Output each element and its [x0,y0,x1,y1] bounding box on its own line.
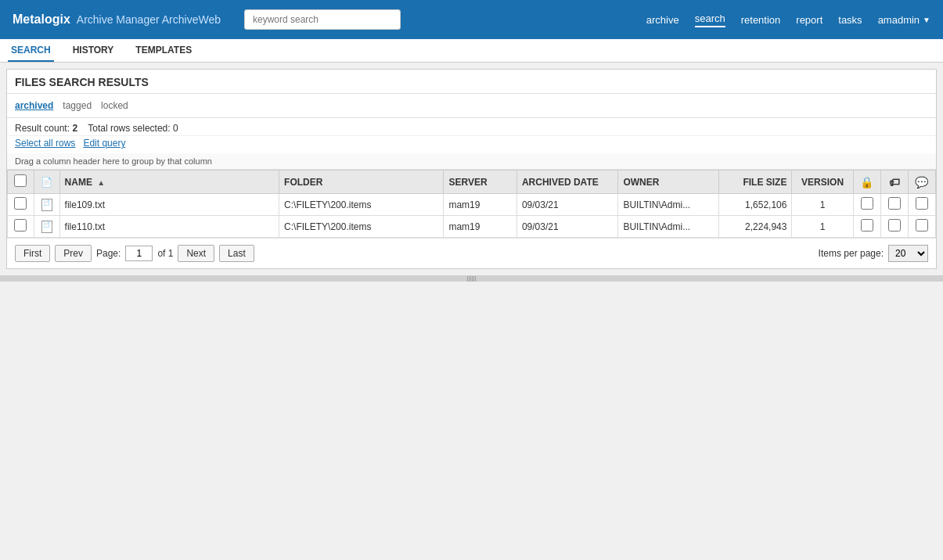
row-comment-checkbox[interactable] [916,197,928,210]
filter-tab-tagged[interactable]: tagged [63,99,92,113]
pagination: First Prev Page: of 1 Next Last Items pe… [7,238,936,268]
tab-search[interactable]: SEARCH [8,40,54,62]
nav-search[interactable]: search [695,13,725,27]
cell-archived-date: 09/03/21 [516,194,617,216]
last-button[interactable]: Last [219,245,254,262]
sort-asc-icon: ▲ [97,178,105,187]
drag-hint: Drag a column header here to group by th… [7,153,936,170]
col-header-name[interactable]: NAME ▲ [59,171,279,194]
header: Metalogix Archive Manager ArchiveWeb arc… [0,0,943,39]
cell-version: 1 [792,194,853,216]
col-header-version[interactable]: VERSION [792,171,853,194]
results-actions: Select all rows Edit query [7,136,936,153]
col-header-server[interactable]: SERVER [444,171,516,194]
brand: Metalogix Archive Manager ArchiveWeb [13,13,221,27]
prev-button[interactable]: Prev [55,245,92,262]
cell-owner: BUILTIN\Admi... [618,216,719,238]
main-content: FILES SEARCH RESULTS archived tagged loc… [6,69,937,269]
filter-tab-archived[interactable]: archived [15,99,53,113]
tab-history[interactable]: HISTORY [70,40,117,62]
items-per-page-label: Items per page: [819,248,884,259]
cell-name: file110.txt [59,216,279,238]
subnav: SEARCH HISTORY TEMPLATES [0,39,943,63]
col-header-archived-date[interactable]: ARCHIVED DATE [516,171,617,194]
filter-tabs: archived tagged locked [7,94,936,118]
row-tag-checkbox[interactable] [888,197,901,210]
col-header-folder[interactable]: FOLDER [279,171,444,194]
filter-tab-locked[interactable]: locked [101,99,128,113]
row-tag-checkbox[interactable] [888,219,901,232]
of-label: of 1 [157,248,173,259]
cell-file-size: 2,224,943 [718,216,791,238]
select-all-rows-link[interactable]: Select all rows [15,138,75,149]
cell-folder: C:\FILETY\200.items [279,194,444,216]
row-lock-checkbox[interactable] [861,219,873,232]
header-nav: archive search retention report tasks am… [646,13,930,27]
nav-tasks[interactable]: tasks [838,14,862,26]
tag-icon: 🏷 [889,176,900,188]
cell-archived-date: 09/03/21 [516,216,617,238]
cell-name: file109.txt [59,194,279,216]
col-header-comment: 💬 [908,171,935,194]
search-box[interactable] [244,9,401,30]
page-input[interactable] [125,246,153,261]
col-header-tag: 🏷 [880,171,908,194]
row-checkbox[interactable] [14,197,27,210]
nav-amadmin[interactable]: amadmin ▼ [878,14,930,26]
cell-owner: BUILTIN\Admi... [618,194,719,216]
row-lock-checkbox[interactable] [861,197,873,210]
row-comment-checkbox[interactable] [916,219,928,232]
file-icon: 📄 [41,221,52,233]
keyword-search-input[interactable] [244,9,401,30]
nav-archive[interactable]: archive [646,14,679,26]
next-button[interactable]: Next [178,245,214,262]
tab-templates[interactable]: TEMPLATES [132,40,195,62]
select-all-checkbox[interactable] [14,174,27,187]
first-button[interactable]: First [15,245,50,262]
file-type-icon: 📄 [41,177,52,188]
items-per-page-select[interactable]: 20 50 100 [888,245,928,262]
col-header-lock: 🔒 [853,171,880,194]
brand-logo: Metalogix [13,13,70,27]
brand-subtitle: Archive Manager ArchiveWeb [77,13,221,26]
items-per-page: Items per page: 20 50 100 [819,245,928,262]
col-header-owner[interactable]: OWNER [618,171,719,194]
file-icon: 📄 [41,199,52,211]
table-row: 📄 file109.txt C:\FILETY\200.items mam19 … [8,194,936,216]
col-header-file-size[interactable]: FILE SIZE [718,171,791,194]
table-row: 📄 file110.txt C:\FILETY\200.items mam19 … [8,216,936,238]
cell-server: mam19 [444,194,516,216]
results-info: Result count: 2 Total rows selected: 0 [7,118,936,136]
cell-server: mam19 [444,216,516,238]
resize-bar[interactable]: |||||| [0,275,943,282]
cell-version: 1 [792,216,853,238]
cell-folder: C:\FILETY\200.items [279,216,444,238]
row-checkbox[interactable] [14,219,27,232]
nav-retention[interactable]: retention [741,14,781,26]
edit-query-link[interactable]: Edit query [83,138,125,149]
files-table: 📄 NAME ▲ FOLDER SERVER ARCHIVED DATE OWN… [7,170,936,238]
comment-icon: 💬 [915,176,928,188]
chevron-down-icon: ▼ [923,16,930,24]
page-title: FILES SEARCH RESULTS [7,70,936,94]
page-label: Page: [96,248,121,259]
nav-report[interactable]: report [796,14,822,26]
lock-icon: 🔒 [860,176,873,188]
cell-file-size: 1,652,106 [718,194,791,216]
